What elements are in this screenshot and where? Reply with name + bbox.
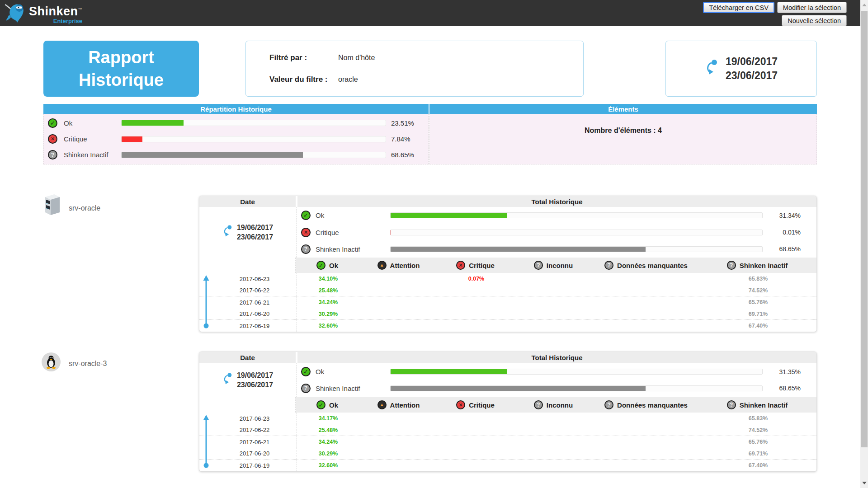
states-table-header: Ok Attention Critique Inconnu Données ma… — [199, 258, 816, 273]
row-date: 2017-06-22 — [226, 427, 270, 433]
table-row: 2017-06-21 34.24% 65.76% — [199, 436, 816, 448]
question-icon — [301, 384, 311, 393]
topbar-buttons: Télécharger en CSV Modifier la sélection… — [703, 2, 847, 26]
report-title: Rapport Historique — [43, 41, 199, 97]
scroll-up-icon[interactable] — [862, 4, 867, 6]
scroll-down-icon[interactable] — [862, 482, 867, 484]
date-start: 19/06/2017 — [726, 55, 778, 69]
ok-icon — [316, 261, 326, 270]
timeline-arrow-icon — [203, 415, 209, 471]
distribution-header: Répartition Historique — [43, 104, 429, 114]
table-row: 2017-06-22 25.48% 74.52% — [199, 285, 816, 296]
table-row: 2017-06-20 30.29% 69.71% — [199, 308, 816, 320]
col-shinken-inactif: Shinken Inactif — [698, 400, 816, 409]
states-table-header: Ok Attention Critique Inconnu Données ma… — [199, 397, 816, 413]
row-date: 2017-06-20 — [226, 450, 270, 457]
row-date: 2017-06-19 — [226, 462, 270, 469]
col-ok: Ok — [296, 400, 359, 409]
ok-icon — [316, 400, 326, 409]
summary-row-inactive: Shinken Inactif 68.65% — [44, 148, 428, 162]
col-donnees-manquantes: Données manquantes — [594, 261, 698, 270]
host-name: srv-oracle — [69, 204, 100, 212]
warning-icon — [377, 400, 387, 409]
inactive-percent: 68.65% — [391, 151, 414, 159]
scrollbar-thumb[interactable] — [861, 11, 868, 447]
table-row: 2017-06-20 30.29% 69.71% — [199, 448, 816, 460]
table-row: 2017-06-22 25.48% 74.52% — [199, 424, 816, 436]
ok-percent: 23.51% — [391, 119, 414, 127]
summary-row-ok: Ok 23.51% — [44, 116, 428, 130]
question-icon — [534, 400, 543, 409]
question-icon — [604, 261, 613, 270]
cell-inactif: 65.76% — [699, 439, 817, 445]
ok-percent: 31.35% — [763, 368, 816, 375]
table-row: 2017-06-21 34.24% 65.76% — [199, 296, 816, 308]
date-range-arrow-icon — [705, 59, 719, 78]
vertical-scrollbar[interactable] — [860, 0, 868, 488]
ok-icon — [301, 367, 311, 376]
row-date: 2017-06-23 — [226, 415, 270, 422]
warning-icon — [377, 261, 387, 270]
cell-ok: 25.48% — [297, 287, 360, 294]
ninja-logo-icon — [4, 1, 27, 27]
cell-ok: 34.17% — [297, 415, 360, 422]
question-icon — [301, 244, 311, 254]
critical-icon — [301, 228, 311, 237]
question-icon — [534, 261, 543, 270]
col-attention: Attention — [359, 400, 438, 409]
question-icon — [48, 150, 57, 160]
table-row: 2017-06-19 32.60% 67.40% — [199, 460, 816, 471]
table-row: 2017-06-23 34.10% 0.07% 65.83% — [199, 273, 816, 285]
cell-critique: 0.07% — [439, 276, 514, 282]
filter-by-label: Filtré par : — [269, 53, 338, 62]
topbar: Shinken™ Enterprise Télécharger en CSV M… — [0, 0, 860, 26]
modify-selection-button[interactable]: Modifier la sélection — [777, 2, 847, 13]
total-row-inactive: Shinken Inactif 68.65% — [297, 380, 816, 396]
download-csv-button[interactable]: Télécharger en CSV — [703, 2, 774, 13]
host-panel-srv-oracle-3: Date Total Historique 19/06/2017 23/06/2… — [199, 352, 817, 472]
host-panel-srv-oracle: Date Total Historique 19/06/2017 23/06/2… — [199, 196, 817, 332]
summary-row-critical: Critique 7.84% — [44, 132, 428, 146]
question-icon — [604, 400, 613, 409]
question-icon — [727, 261, 736, 270]
total-row-critical: Critique 0.01% — [297, 224, 816, 241]
col-donnees-manquantes: Données manquantes — [594, 400, 698, 409]
elements-count: Nombre d'éléments : 4 — [585, 127, 662, 164]
new-selection-button[interactable]: Nouvelle sélection — [782, 15, 847, 26]
cell-ok: 30.29% — [297, 311, 360, 317]
inactive-percent: 68.65% — [763, 245, 816, 253]
table-row: 2017-06-19 32.60% 67.40% — [199, 320, 816, 332]
date-column-header: Date — [199, 352, 296, 363]
cell-inactif: 67.40% — [699, 462, 817, 469]
table-row: 2017-06-23 34.17% 65.83% — [199, 413, 816, 424]
cell-inactif: 65.83% — [699, 276, 817, 282]
cell-ok: 34.24% — [297, 439, 360, 445]
server-icon — [42, 193, 62, 218]
filter-by-value: Nom d'hôte — [338, 54, 375, 62]
row-date: 2017-06-21 — [226, 439, 270, 446]
cell-inactif: 65.83% — [699, 415, 817, 422]
filter-value-value: oracle — [338, 75, 358, 84]
report-date-range: 19/06/2017 23/06/2017 — [665, 41, 817, 97]
total-history-header: Total Historique — [297, 196, 816, 207]
total-row-inactive: Shinken Inactif 68.65% — [297, 241, 816, 258]
critical-icon — [48, 134, 57, 144]
host-date-range: 19/06/2017 23/06/2017 — [199, 207, 297, 258]
host-date-range: 19/06/2017 23/06/2017 — [199, 363, 297, 397]
cell-ok: 32.60% — [297, 323, 360, 329]
total-row-ok: Ok 31.34% — [297, 207, 816, 224]
elements-box: Éléments Nombre d'éléments : 4 — [429, 104, 817, 164]
row-date: 2017-06-20 — [226, 310, 270, 317]
critical-percent: 0.01% — [763, 229, 816, 236]
filter-value-label: Valeur du filtre : — [269, 75, 338, 84]
row-date: 2017-06-22 — [226, 287, 270, 294]
critical-icon — [456, 261, 465, 270]
historical-distribution-box: Répartition Historique Ok 23.51% Critiqu… — [43, 104, 429, 164]
total-row-ok: Ok 31.35% — [297, 364, 816, 380]
cell-ok: 32.60% — [297, 462, 360, 469]
shinken-logo: Shinken™ Enterprise — [4, 1, 82, 27]
col-inconnu: Inconnu — [513, 400, 594, 409]
linux-tux-icon — [42, 352, 61, 371]
timeline-arrow-icon — [203, 275, 209, 331]
ok-percent: 31.34% — [763, 212, 816, 219]
